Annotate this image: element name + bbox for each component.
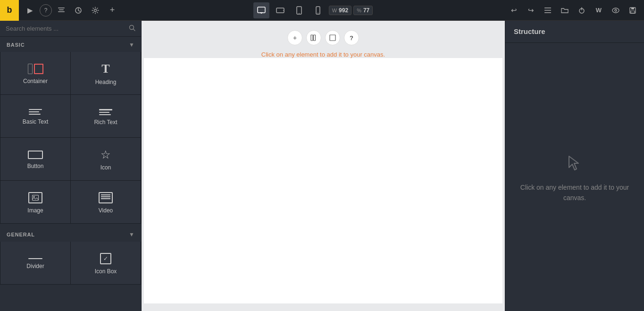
canvas-add-button[interactable]: + — [287, 30, 302, 45]
rich-text-icon — [99, 109, 112, 115]
container-label: Container — [23, 78, 48, 84]
preview-button[interactable] — [608, 3, 623, 18]
tablet-landscape-button[interactable] — [272, 2, 288, 18]
folder-button[interactable] — [557, 3, 572, 18]
redo-button[interactable]: ↪ — [523, 3, 538, 18]
canvas-help-button[interactable]: ? — [344, 30, 359, 45]
toolbar-center: W 992 % 77 — [124, 2, 502, 18]
element-button[interactable]: Button — [0, 138, 70, 180]
percent-value: 77 — [363, 7, 369, 14]
svg-rect-29 — [314, 35, 316, 41]
svg-rect-8 — [276, 8, 284, 13]
list-view-button[interactable] — [540, 3, 555, 18]
percent-label: % — [357, 8, 361, 13]
history-button[interactable] — [71, 3, 86, 18]
svg-rect-22 — [631, 8, 634, 9]
toolbar-right-tools: ↩ ↪ W — [502, 3, 644, 18]
add-button[interactable]: + — [105, 3, 120, 18]
element-image[interactable]: Image — [0, 181, 70, 223]
structure-title: Structure — [514, 27, 545, 35]
brand-logo[interactable]: b — [0, 0, 19, 21]
svg-point-11 — [299, 13, 300, 14]
structure-body: Click on any element to add it to your c… — [505, 43, 644, 311]
tablet-portrait-button[interactable] — [291, 2, 307, 18]
canvas-size-controls: W 992 % 77 — [329, 6, 373, 15]
help-button[interactable]: ? — [40, 4, 52, 17]
canvas-frame[interactable] — [144, 58, 502, 303]
svg-rect-15 — [544, 10, 551, 11]
element-icon-box[interactable]: ✓ Icon Box — [71, 242, 141, 284]
play-button[interactable]: ▶ — [23, 3, 38, 18]
basic-section-toggle[interactable]: ▼ — [129, 42, 134, 48]
basic-elements-grid: Container T Heading Basic Text — [0, 52, 141, 224]
button-label: Button — [27, 163, 44, 169]
button-icon — [28, 151, 43, 159]
canvas-columns-button[interactable] — [306, 30, 321, 45]
svg-rect-5 — [258, 7, 265, 13]
general-section-toggle[interactable]: ▼ — [129, 231, 134, 238]
structure-hint: Click on any element to add it to your c… — [515, 182, 635, 203]
icon-box-icon: ✓ — [100, 253, 111, 264]
layers-button[interactable] — [54, 3, 69, 18]
element-basic-text[interactable]: Basic Text — [0, 95, 70, 137]
general-section-header: GENERAL ▼ — [0, 227, 141, 242]
svg-rect-14 — [544, 8, 551, 8]
divider-label: Divider — [26, 263, 44, 269]
rich-text-label: Rich Text — [94, 119, 117, 126]
svg-rect-26 — [33, 195, 39, 201]
canvas-area: + ? Click on any element to add it to yo… — [142, 21, 505, 311]
container-icon — [28, 64, 43, 74]
basic-section-title: BASIC — [7, 42, 25, 48]
svg-rect-23 — [631, 11, 635, 13]
settings-button[interactable] — [88, 3, 103, 18]
mobile-button[interactable] — [310, 2, 326, 18]
search-icon — [129, 25, 135, 33]
svg-rect-1 — [59, 9, 64, 10]
svg-point-9 — [283, 10, 284, 11]
desktop-device-button[interactable] — [253, 2, 269, 18]
top-toolbar: b ▶ ? + W 992 — [0, 0, 644, 21]
svg-point-4 — [94, 9, 97, 11]
main-layout: BASIC ▼ Container T Heading — [0, 21, 644, 311]
search-input[interactable] — [6, 25, 129, 32]
image-icon — [28, 192, 42, 203]
wordpress-button[interactable]: W — [591, 3, 606, 18]
element-icon[interactable]: ☆ Icon — [71, 138, 141, 180]
width-field[interactable]: W 992 — [329, 6, 351, 15]
element-video[interactable]: Video — [71, 181, 141, 223]
general-section-title: GENERAL — [7, 232, 35, 237]
svg-rect-0 — [58, 8, 65, 8]
width-label: W — [332, 8, 337, 13]
svg-rect-16 — [544, 12, 551, 13]
basic-text-label: Basic Text — [23, 118, 48, 125]
power-button[interactable] — [574, 3, 589, 18]
general-elements-grid: Divider ✓ Icon Box — [0, 242, 141, 285]
width-value: 992 — [339, 7, 348, 14]
basic-text-icon — [29, 109, 42, 115]
svg-point-27 — [33, 196, 35, 198]
canvas-toolbar: + ? — [287, 30, 359, 45]
heading-icon: T — [101, 63, 109, 75]
canvas-box-button[interactable] — [325, 30, 340, 45]
icon-element-icon: ☆ — [100, 149, 111, 160]
undo-button[interactable]: ↩ — [506, 3, 521, 18]
cursor-icon — [563, 151, 586, 175]
svg-point-13 — [318, 12, 318, 13]
right-panel: Structure Click on any element to add it… — [505, 21, 644, 311]
svg-point-19 — [612, 8, 619, 13]
icon-label: Icon — [100, 164, 111, 171]
basic-section-header: BASIC ▼ — [0, 37, 141, 52]
element-heading[interactable]: T Heading — [71, 52, 141, 94]
element-rich-text[interactable]: Rich Text — [71, 95, 141, 137]
element-container[interactable]: Container — [0, 52, 70, 94]
percent-field[interactable]: % 77 — [353, 6, 373, 15]
element-divider[interactable]: Divider — [0, 242, 70, 284]
icon-box-label: Icon Box — [95, 268, 117, 275]
divider-icon — [28, 258, 42, 259]
heading-label: Heading — [95, 79, 117, 85]
svg-line-25 — [134, 29, 135, 31]
left-sidebar: BASIC ▼ Container T Heading — [0, 21, 142, 311]
save-button[interactable] — [625, 3, 640, 18]
video-icon — [99, 192, 113, 203]
image-label: Image — [27, 207, 43, 214]
